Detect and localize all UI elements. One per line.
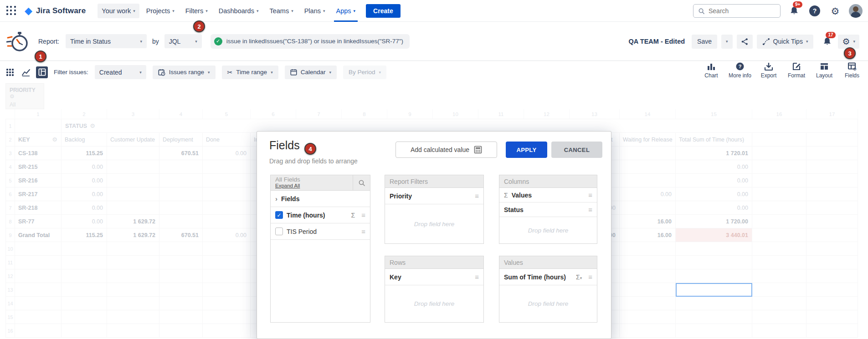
apply-button[interactable]: APPLY <box>506 142 547 158</box>
modal-subtitle: Drag and drop fields to arrange <box>269 157 358 165</box>
bar-chart-icon <box>707 62 716 71</box>
calculator-icon <box>474 146 482 154</box>
annotation-badge-1: 1 <box>35 51 46 62</box>
sigma-select-icon[interactable]: Σ▾ <box>576 273 582 281</box>
sigma-icon: Σ <box>504 192 508 199</box>
report-filters-drop-zone[interactable]: Drop field here <box>385 204 483 243</box>
chart-view-icon[interactable] <box>20 66 32 78</box>
nav-item-apps[interactable]: Apps▾ <box>332 4 360 18</box>
value-field-sum-of-time[interactable]: Sum of Time (hours) Σ▾ ≡ <box>499 269 597 285</box>
drag-handle-icon[interactable]: ≡ <box>588 191 592 199</box>
expand-all-link[interactable]: Expand All <box>275 183 348 189</box>
nav-items: Your work▾Projects▾Filters▾Dashboards▾Te… <box>98 0 360 21</box>
fields-action-button[interactable]: ⚙ Fields <box>842 62 863 79</box>
nav-item-teams[interactable]: Teams▾ <box>265 4 297 18</box>
selected-cell-outline[interactable] <box>676 283 752 297</box>
grid-view-icon[interactable] <box>4 66 16 78</box>
table-settings-icon: ⚙ <box>847 62 857 71</box>
cancel-button[interactable]: CANCEL <box>551 142 602 158</box>
profile-button[interactable] <box>849 4 863 18</box>
chevron-down-icon: ▾ <box>205 9 208 13</box>
nav-item-label: Dashboards <box>219 7 254 15</box>
field-time-hours[interactable]: ✓ Time (hours) Σ ≡ <box>271 207 370 223</box>
calendar-button[interactable]: Calendar ▾ <box>285 66 337 79</box>
save-button[interactable]: Save <box>692 35 717 49</box>
rows-panel: Rows Key ≡ Drop field here <box>385 256 484 323</box>
save-options-button[interactable]: ▾ <box>721 35 733 49</box>
notifications-bell[interactable]: 9+ <box>787 4 801 18</box>
filter-issues-dropdown[interactable]: Created▾ <box>95 65 146 79</box>
nav-item-label: Filters <box>185 7 203 15</box>
notifications-badge: 9+ <box>793 1 802 8</box>
nav-item-dashboards[interactable]: Dashboards▾ <box>215 4 263 18</box>
columns-panel: Columns Σ Values ≡ Status ≡ Drop field h… <box>499 175 597 244</box>
chevron-right-icon: › <box>275 195 277 202</box>
scissors-icon: ✂ <box>227 69 233 76</box>
chevron-down-icon: ▾ <box>354 9 356 13</box>
issues-range-button[interactable]: Issues range ▾ <box>153 66 216 79</box>
view-toolbar: Filter issues: Created▾ Issues range ▾ ✂… <box>0 61 868 83</box>
drag-handle-icon[interactable]: ≡ <box>475 273 479 281</box>
jql-query-field[interactable]: ✓ issue in linkedIssues("CS-138") or iss… <box>211 34 410 49</box>
drag-handle-icon[interactable]: ≡ <box>475 192 479 200</box>
global-search[interactable] <box>693 4 781 18</box>
pivot-table-view-icon[interactable] <box>36 66 48 78</box>
chart-action-button[interactable]: Chart <box>701 62 722 79</box>
by-label: by <box>152 38 159 45</box>
rows-header: Rows <box>385 256 483 269</box>
valid-query-check-icon: ✓ <box>214 37 222 46</box>
report-bell-badge: 17 <box>826 32 835 38</box>
share-button[interactable] <box>737 35 753 49</box>
time-range-button[interactable]: ✂ Time range ▾ <box>222 66 278 79</box>
jira-brand[interactable]: ◆ Jira Software <box>25 6 86 16</box>
search-input[interactable] <box>709 7 772 15</box>
column-field-status[interactable]: Status ≡ <box>499 202 597 217</box>
values-drop-zone[interactable]: Drop field here <box>499 285 597 322</box>
question-icon: ? <box>809 5 820 16</box>
report-type-dropdown[interactable]: Time in Status▾ <box>66 34 147 48</box>
all-fields-header: All Fields Expand All <box>271 175 370 191</box>
chevron-down-icon: ▾ <box>291 9 293 13</box>
create-button[interactable]: Create <box>366 4 401 18</box>
query-mode-dropdown[interactable]: JQL▾ <box>164 34 202 48</box>
drag-handle-icon[interactable]: ≡ <box>588 206 592 213</box>
nav-item-projects[interactable]: Projects▾ <box>142 4 179 18</box>
search-icon <box>358 179 365 187</box>
app-switcher-icon[interactable] <box>6 6 16 16</box>
quick-tips-button[interactable]: Quick Tips ▾ <box>757 35 814 49</box>
nav-item-your-work[interactable]: Your work▾ <box>98 4 139 18</box>
settings-button[interactable]: ⚙ <box>828 4 842 18</box>
chevron-down-icon: ▾ <box>140 39 142 44</box>
all-fields-panel: All Fields Expand All › Fields ✓ Time (h… <box>270 175 370 323</box>
report-notifications-bell[interactable]: 17 <box>820 35 834 48</box>
columns-drop-zone[interactable]: Drop field here <box>499 217 597 243</box>
nav-item-filters[interactable]: Filters▾ <box>181 4 212 18</box>
export-action-button[interactable]: Export <box>758 62 779 79</box>
column-field-values[interactable]: Σ Values ≡ <box>499 188 597 202</box>
add-calculated-value-button[interactable]: Add calculated value <box>395 142 497 158</box>
fields-group-row[interactable]: › Fields <box>271 191 370 207</box>
checkbox-checked-icon[interactable]: ✓ <box>275 211 283 219</box>
report-filters-header: Report Filters <box>385 175 483 188</box>
checkbox-unchecked-icon[interactable] <box>275 228 283 235</box>
layout-action-button[interactable]: Layout <box>814 62 835 79</box>
format-action-button[interactable]: Format <box>786 62 807 79</box>
row-field-key[interactable]: Key ≡ <box>385 269 483 285</box>
more-info-action-button[interactable]: ? More info <box>729 62 751 79</box>
filter-field-priority[interactable]: Priority ≡ <box>385 188 483 204</box>
help-button[interactable]: ? <box>808 4 822 18</box>
chevron-down-icon: ▾ <box>329 70 331 75</box>
by-period-button: By Period ▾ <box>343 66 386 79</box>
report-filters-panel: Report Filters Priority ≡ Drop field her… <box>385 175 484 244</box>
drag-handle-icon[interactable]: ≡ <box>361 228 365 235</box>
report-settings-button[interactable]: ⚙ ▾ <box>838 35 859 49</box>
field-tis-period[interactable]: TIS Period ≡ <box>271 223 370 240</box>
rows-drop-zone[interactable]: Drop field here <box>385 285 483 322</box>
chevron-down-icon: ▾ <box>195 39 197 44</box>
drag-handle-icon[interactable]: ≡ <box>588 273 592 281</box>
fields-search-button[interactable] <box>353 175 370 191</box>
drag-handle-icon[interactable]: ≡ <box>361 211 365 219</box>
nav-item-plans[interactable]: Plans▾ <box>300 4 329 18</box>
nav-item-label: Apps <box>336 7 351 15</box>
chevron-down-icon: ▾ <box>726 39 728 44</box>
